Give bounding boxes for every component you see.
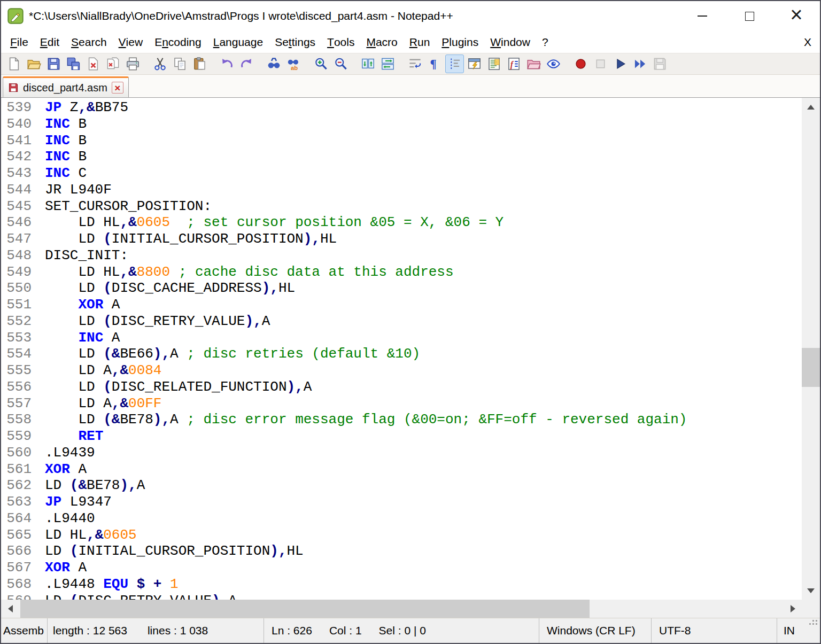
tab-disced-part4-asm[interactable]: disced_part4.asm ×: [3, 76, 129, 97]
menu-item-file[interactable]: File: [4, 31, 34, 53]
code-line[interactable]: 562LD (&BE78),A: [1, 477, 802, 494]
code-line[interactable]: 543INC C: [1, 165, 802, 182]
code-line[interactable]: 552 LD (DISC_RETRY_VALUE),A: [1, 313, 802, 330]
status-typing-mode[interactable]: IN: [777, 618, 820, 643]
code-line[interactable]: 557 LD A,&00FF: [1, 395, 802, 412]
cut-button[interactable]: [151, 55, 169, 73]
find-button[interactable]: [265, 55, 283, 73]
code-line[interactable]: 547 LD (INITIAL_CURSOR_POSITION),HL: [1, 231, 802, 247]
code-line[interactable]: 564.L9440: [1, 510, 802, 527]
menu-item-plugins[interactable]: Plugins: [436, 31, 484, 53]
code-line[interactable]: 555 LD A,&0084: [1, 362, 802, 379]
vertical-scrollbar[interactable]: [802, 98, 820, 600]
code-line[interactable]: 559 RET: [1, 428, 802, 445]
open-folder-button[interactable]: [25, 55, 43, 73]
menu-item-settings[interactable]: Settings: [269, 31, 321, 53]
undo-button[interactable]: [218, 55, 236, 73]
status-encoding[interactable]: UTF-8: [651, 618, 777, 643]
copy-button[interactable]: [171, 55, 189, 73]
menu-item-macro[interactable]: Macro: [360, 31, 403, 53]
save-all-button[interactable]: [64, 55, 83, 73]
code-line[interactable]: 554 LD (&BE66),A ; disc retries (default…: [1, 346, 802, 362]
maximize-button[interactable]: [726, 1, 773, 31]
menu-item-run[interactable]: Run: [404, 31, 436, 53]
menu-item-edit[interactable]: Edit: [34, 31, 65, 53]
print-button[interactable]: [123, 55, 142, 73]
replace-button[interactable]: ab: [284, 55, 303, 73]
code-line[interactable]: 568.L9448 EQU $ + 1: [1, 576, 802, 593]
monitoring-eye-button[interactable]: [544, 55, 563, 73]
macro-stop-button[interactable]: [591, 55, 610, 73]
scroll-down-button[interactable]: [802, 581, 820, 600]
macro-save-button[interactable]: [650, 55, 669, 73]
code-token: 8800: [137, 264, 170, 280]
vertical-scrollbar-thumb[interactable]: [802, 348, 820, 387]
code-line[interactable]: 546 LD HL,&0605 ; set cursor position &0…: [1, 214, 802, 231]
menu-item-encoding[interactable]: Encoding: [149, 31, 207, 53]
code-line[interactable]: 544JR L940F: [1, 182, 802, 198]
code-line[interactable]: 566LD (INITIAL_CURSOR_POSITION),HL: [1, 543, 802, 560]
menu-bar-close-button[interactable]: X: [804, 36, 811, 49]
code-line[interactable]: 558 LD (&BE78),A ; disc error message fl…: [1, 412, 802, 428]
code-line[interactable]: 539JP Z,&BB75: [1, 99, 802, 116]
code-line[interactable]: 541INC B: [1, 133, 802, 149]
code-line[interactable]: 540INC B: [1, 116, 802, 133]
user-defined-dialog-button[interactable]: [465, 55, 484, 73]
code-line[interactable]: 556 LD (DISC_RELATED_FUNCTION),A: [1, 379, 802, 395]
menu-item-window[interactable]: Window: [484, 31, 536, 53]
show-all-characters-button[interactable]: ¶: [425, 55, 444, 73]
menu-item-view[interactable]: View: [113, 31, 149, 53]
code-line[interactable]: 560.L9439: [1, 445, 802, 461]
code-line[interactable]: 551 XOR A: [1, 297, 802, 313]
scroll-right-button[interactable]: [784, 600, 802, 618]
scroll-up-button[interactable]: [802, 98, 820, 116]
horizontal-scrollbar[interactable]: [1, 600, 820, 618]
code-line[interactable]: 569LD (DISC_RETRY_VALUE),A: [1, 593, 802, 600]
code-line[interactable]: 561XOR A: [1, 461, 802, 478]
code-area[interactable]: 539JP Z,&BB75540INC B541INC B542INC B543…: [1, 99, 802, 600]
resize-grip[interactable]: [784, 618, 818, 641]
new-file-button[interactable]: [5, 55, 24, 73]
code-line[interactable]: 550 LD (DISC_CACHE_ADDRESS),HL: [1, 280, 802, 297]
word-wrap-button[interactable]: [406, 55, 424, 73]
macro-run-multiple-button[interactable]: [631, 55, 649, 73]
redo-button[interactable]: [237, 55, 256, 73]
paste-button[interactable]: [190, 55, 209, 73]
code-line[interactable]: 549 LD HL,&8800 ; cache disc data at thi…: [1, 264, 802, 281]
code-line[interactable]: 565LD HL,&0605: [1, 527, 802, 544]
macro-record-button[interactable]: [571, 55, 590, 73]
sync-horizontal-scrolling-button[interactable]: [378, 55, 397, 73]
notepad-plus-plus-logo-icon[interactable]: [7, 8, 24, 24]
code-token: XOR: [45, 461, 70, 477]
code-text: LD A,&00FF: [32, 395, 161, 412]
close-all-docs-button[interactable]: [104, 55, 122, 73]
minimize-button[interactable]: [679, 1, 726, 31]
sync-vertical-scrolling-button[interactable]: [359, 55, 377, 73]
menu-item-language[interactable]: Language: [207, 31, 269, 53]
save-button[interactable]: [44, 55, 63, 73]
horizontal-scrollbar-track[interactable]: [19, 600, 784, 618]
code-token: INC: [45, 149, 70, 165]
close-doc-button[interactable]: [84, 55, 103, 73]
document-map-button[interactable]: [485, 55, 504, 73]
macro-play-button[interactable]: [611, 55, 630, 73]
tab-close-icon[interactable]: ×: [112, 82, 123, 94]
code-line[interactable]: 567XOR A: [1, 560, 802, 576]
status-eol-format[interactable]: Windows (CR LF): [539, 618, 651, 643]
menu-item-tools[interactable]: Tools: [321, 31, 360, 53]
folder-as-workspace-button[interactable]: [524, 55, 543, 73]
menu-item-help[interactable]: ?: [536, 31, 554, 53]
function-list-button[interactable]: f: [505, 55, 523, 73]
menu-item-search[interactable]: Search: [65, 31, 113, 53]
zoom-in-button[interactable]: [312, 55, 330, 73]
close-button[interactable]: ×: [773, 1, 820, 31]
code-line[interactable]: 545SET_CURSOR_POSITION:: [1, 198, 802, 215]
code-line[interactable]: 563JP L9347: [1, 494, 802, 510]
horizontal-scrollbar-thumb[interactable]: [20, 600, 590, 618]
code-line[interactable]: 548DISC_INIT:: [1, 247, 802, 264]
zoom-out-button[interactable]: [331, 55, 350, 73]
scroll-left-button[interactable]: [1, 600, 19, 618]
code-line[interactable]: 542INC B: [1, 149, 802, 165]
code-line[interactable]: 553 INC A: [1, 330, 802, 346]
indent-guide-button[interactable]: [445, 55, 464, 73]
